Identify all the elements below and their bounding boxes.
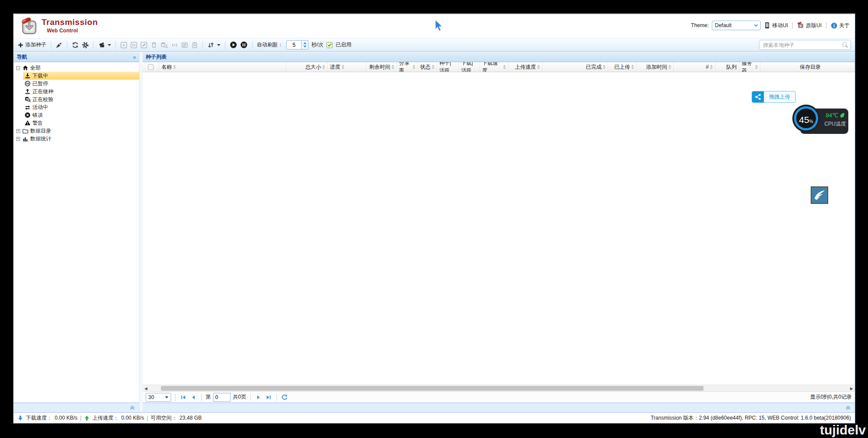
column-header-size[interactable]: 总大小 bbox=[286, 62, 328, 72]
column-header-completed[interactable]: 已完成 bbox=[542, 62, 608, 72]
table-header: 名称 总大小 进度 剩余时间 分享率 状态 种子|活跃 下载|活跃 下载速度 上… bbox=[143, 62, 855, 72]
column-header-ratio[interactable]: 分享率 bbox=[397, 62, 418, 72]
reload-button[interactable] bbox=[72, 42, 79, 49]
column-header-status[interactable]: 状态 bbox=[418, 62, 437, 72]
sidebar-item-error[interactable]: 错误 bbox=[16, 111, 139, 119]
about-link[interactable]: 关于 bbox=[831, 22, 850, 29]
first-page-button[interactable] bbox=[179, 393, 187, 401]
verify-torrent-button[interactable] bbox=[161, 42, 168, 49]
column-header-download-speed[interactable]: 下载速度 bbox=[480, 62, 508, 72]
mobile-ui-link[interactable]: 移动UI bbox=[764, 22, 788, 29]
search-input[interactable] bbox=[763, 42, 842, 48]
auto-refresh-unit: 秒/次 bbox=[312, 41, 323, 49]
sidebar-item-data-dirs[interactable]: + 数据目录 bbox=[16, 127, 139, 135]
sidebar: 导航 « − 全部 下载中 已暂停 bbox=[14, 52, 140, 412]
torrent-list-body[interactable] bbox=[143, 72, 855, 385]
column-header-queue[interactable]: 队列 bbox=[715, 62, 739, 72]
collapse-up-icon[interactable] bbox=[845, 405, 851, 410]
add-url-button[interactable] bbox=[56, 42, 63, 49]
caret-down-icon bbox=[217, 44, 220, 46]
collapse-up-icon[interactable] bbox=[130, 405, 135, 410]
sort-arrows-icon bbox=[432, 65, 434, 69]
copy-path-button[interactable] bbox=[191, 42, 198, 49]
start-all-button[interactable] bbox=[230, 41, 237, 49]
sidebar-header: 导航 « bbox=[14, 52, 139, 62]
last-page-button[interactable] bbox=[265, 393, 273, 401]
column-header-id[interactable]: # bbox=[674, 62, 715, 72]
refresh-page-button[interactable] bbox=[281, 393, 289, 401]
column-header-upload-speed[interactable]: 上传速度 bbox=[508, 62, 542, 72]
column-header-uploaded[interactable]: 已上传 bbox=[608, 62, 637, 72]
rocket-icon bbox=[56, 42, 63, 49]
sidebar-item-downloading[interactable]: 下载中 bbox=[16, 72, 139, 80]
page-size-value: 30 bbox=[148, 394, 154, 400]
next-page-button[interactable] bbox=[255, 393, 262, 401]
scroll-left-icon[interactable]: ◀ bbox=[143, 385, 149, 392]
watermark: tujidelv bbox=[820, 423, 866, 438]
start-selected-button[interactable] bbox=[120, 42, 127, 49]
divider: | bbox=[80, 415, 81, 421]
free-space-value: 23.48 GB bbox=[179, 415, 202, 421]
edit-torrent-button[interactable] bbox=[140, 42, 147, 49]
column-header-added-time[interactable]: 添加时间 bbox=[637, 62, 674, 72]
expand-box-icon[interactable]: + bbox=[16, 129, 20, 133]
warning-icon bbox=[24, 120, 31, 126]
select-all-checkbox-cell[interactable] bbox=[143, 62, 159, 72]
clipboard-icon bbox=[191, 42, 198, 49]
download-arrow-icon bbox=[18, 415, 23, 421]
column-header-remaining-time[interactable]: 剩余时间 bbox=[366, 62, 397, 72]
page-size-select[interactable]: 30 bbox=[146, 393, 171, 402]
search-icon[interactable] bbox=[842, 42, 848, 48]
select-all-checkbox[interactable] bbox=[148, 64, 154, 70]
download-icon bbox=[24, 73, 31, 79]
brand: Transmission Web Control bbox=[42, 18, 98, 34]
collapse-box-icon[interactable]: − bbox=[16, 66, 20, 70]
chevron-down-icon bbox=[753, 23, 759, 28]
scroll-right-icon[interactable]: ▶ bbox=[848, 385, 855, 392]
scrollbar-thumb[interactable] bbox=[161, 386, 704, 391]
plugin-menu-button[interactable] bbox=[98, 42, 111, 49]
sidebar-item-checking[interactable]: 正在校验 bbox=[16, 95, 139, 103]
sidebar-item-warning[interactable]: 警告 bbox=[16, 119, 139, 127]
sidebar-item-all[interactable]: − 全部 bbox=[16, 64, 139, 72]
sidebar-item-label: 数据统计 bbox=[30, 135, 51, 143]
column-header-progress[interactable]: 进度 bbox=[328, 62, 366, 72]
theme-select[interactable]: Default bbox=[712, 21, 761, 30]
bird-shortcut-widget[interactable] bbox=[811, 186, 828, 204]
column-header-peers-active[interactable]: 下载|活跃 bbox=[459, 62, 480, 72]
sidebar-item-paused[interactable]: 已暂停 bbox=[16, 80, 139, 88]
sidebar-item-active[interactable]: 活动中 bbox=[16, 103, 139, 111]
sidebar-collapse-icon[interactable]: « bbox=[133, 54, 136, 60]
pause-selected-button[interactable] bbox=[130, 42, 137, 49]
sort-menu-button[interactable] bbox=[207, 42, 220, 49]
settings-button[interactable] bbox=[82, 42, 89, 49]
original-ui-link[interactable]: 原版UI bbox=[797, 22, 822, 29]
horizontal-scrollbar[interactable]: ◀ ▶ bbox=[143, 385, 855, 391]
drag-upload-button[interactable]: 拖拽上传 bbox=[752, 91, 796, 103]
remove-torrent-button[interactable] bbox=[150, 42, 158, 49]
cpu-temp-label: CPU温度 bbox=[823, 120, 847, 128]
edit-icon bbox=[140, 42, 147, 49]
column-header-name[interactable]: 名称 bbox=[159, 62, 286, 72]
sort-arrows-icon bbox=[603, 65, 606, 69]
announce-button[interactable] bbox=[171, 42, 178, 49]
mobile-phone-icon bbox=[764, 22, 770, 29]
expand-box-icon[interactable]: + bbox=[16, 137, 20, 141]
add-torrent-button[interactable]: 添加种子 bbox=[18, 41, 46, 49]
auto-refresh-input[interactable] bbox=[286, 40, 302, 49]
prev-page-button[interactable] bbox=[189, 393, 197, 401]
cpu-monitor-widget[interactable]: 45% 84℃ CPU温度 bbox=[800, 109, 848, 134]
download-speed-value: 0.00 KB/s bbox=[55, 415, 77, 421]
pause-all-button[interactable] bbox=[240, 41, 248, 49]
sidebar-item-seeding[interactable]: 正在做种 bbox=[16, 88, 139, 95]
detail-button[interactable] bbox=[181, 42, 188, 49]
column-header-seeds-active[interactable]: 种子|活跃 bbox=[437, 62, 459, 72]
page-number-input[interactable] bbox=[213, 393, 231, 402]
auto-refresh-checkbox[interactable] bbox=[326, 42, 332, 48]
column-header-tracker[interactable]: 服务器 bbox=[739, 62, 760, 72]
column-header-save-path[interactable]: 保存目录 bbox=[760, 62, 855, 72]
sidebar-item-statistics[interactable]: + 数据统计 bbox=[16, 135, 139, 143]
auto-refresh-stepper[interactable] bbox=[302, 40, 308, 49]
sidebar-item-label: 已暂停 bbox=[32, 80, 48, 88]
divider bbox=[203, 41, 203, 49]
